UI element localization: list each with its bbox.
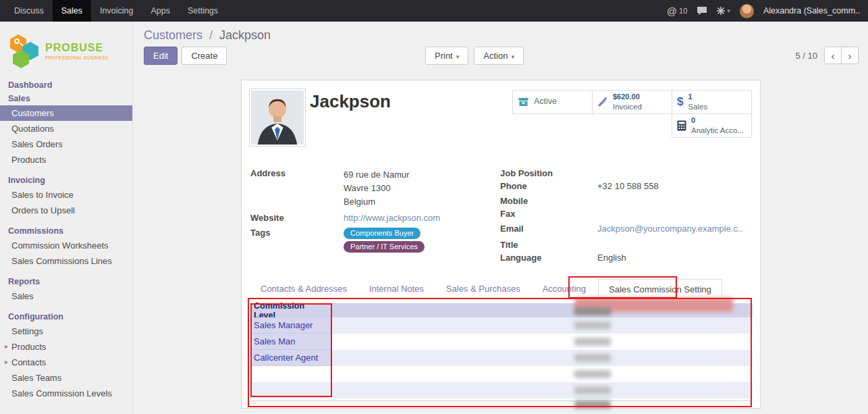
table-row-callcenter-agent[interactable]: Callcenter Agent xyxy=(250,350,753,366)
pager-previous-button[interactable]: ‹ xyxy=(824,47,842,64)
address-line: 69 rue de Namur xyxy=(344,168,410,182)
print-dropdown[interactable]: Print▾ xyxy=(425,47,468,65)
sidebar-item-config-products[interactable]: ▸ Products xyxy=(0,339,132,355)
sidebar-item-label: Contacts xyxy=(11,357,46,367)
sidebar-heading-commissions[interactable]: Commissions xyxy=(0,224,132,238)
menu-apps[interactable]: Apps xyxy=(142,0,179,22)
user-menu[interactable]: Alexandra (Sales_comm.. xyxy=(763,6,860,16)
left-field-column: Address 69 rue de Namur Wavre 1300 Belgi… xyxy=(250,168,500,265)
sidebar-heading-reports[interactable]: Reports xyxy=(0,275,132,288)
phone-label: Phone xyxy=(500,181,597,192)
pager-counter: 5 / 10 xyxy=(795,51,817,61)
sidebar-item-label: Products xyxy=(11,342,46,352)
tab-internal-notes[interactable]: Internal Notes xyxy=(359,279,434,299)
invoiced-stat-button[interactable]: $620.00 Invoiced xyxy=(592,90,672,114)
address-line: Wavre 1300 xyxy=(344,182,410,195)
sidebar-item-sales-teams[interactable]: Sales Teams xyxy=(0,370,132,386)
sidebar-item-products[interactable]: Products xyxy=(0,152,132,167)
logo-hexagons-icon xyxy=(9,32,39,69)
activity-menu[interactable]: @ 10 xyxy=(667,5,687,17)
tag-partner-it-services: Partner / IT Services xyxy=(344,241,425,253)
sidebar: PROBUSE PROFESSIONAL BUSINESS Dashboard … xyxy=(0,22,133,414)
sidebar-item-sales-commission-levels[interactable]: Sales Commission Levels xyxy=(0,386,132,401)
website-label: Website xyxy=(250,213,344,224)
archive-icon xyxy=(518,97,529,107)
menu-settings[interactable]: Settings xyxy=(179,0,227,22)
address-value: 69 rue de Namur Wavre 1300 Belgium xyxy=(344,168,410,209)
mobile-label: Mobile xyxy=(500,196,597,207)
table-row-empty[interactable] xyxy=(250,366,753,382)
sales-stat-button[interactable]: $ 1 Sales xyxy=(672,90,752,114)
expand-caret-icon: ▸ xyxy=(5,342,8,350)
phone-value: +32 10 588 558 xyxy=(597,181,659,192)
action-dropdown[interactable]: Action▾ xyxy=(474,47,524,65)
table-row-sales-man[interactable]: Sales Man xyxy=(250,334,753,350)
main-content: Customers / Jackpson Edit Create Print▾ … xyxy=(133,22,868,414)
dollar-icon: $ xyxy=(677,95,683,109)
pager-next-button[interactable]: › xyxy=(841,47,859,64)
messages-icon[interactable] xyxy=(697,6,707,16)
table-row-sales-manager[interactable]: Sales Manager xyxy=(250,317,753,334)
redaction-blur xyxy=(574,321,611,330)
customer-photo[interactable] xyxy=(249,88,306,147)
tab-accounting[interactable]: Accounting xyxy=(533,279,596,299)
action-buttons: Print▾ Action▾ xyxy=(425,47,524,65)
user-avatar[interactable] xyxy=(740,4,754,18)
customer-form-sheet: Jackpson Active $620.00 Invoiced xyxy=(241,80,761,409)
website-link[interactable]: http://www.jackpson.com xyxy=(344,213,440,224)
sidebar-item-reports-sales[interactable]: Sales xyxy=(0,288,132,304)
logo-tagline: PROFESSIONAL BUSINESS xyxy=(45,55,108,60)
commission-level-cell xyxy=(250,366,331,382)
tags-value: Components Buyer Partner / IT Services xyxy=(344,228,425,253)
redaction-blur xyxy=(574,400,611,409)
stat-buttons: Active $620.00 Invoiced $ 1 Sales xyxy=(510,90,752,138)
action-label: Action xyxy=(483,51,508,61)
app-menus: Discuss Sales Invoicing Apps Settings xyxy=(0,0,227,22)
sidebar-heading-sales[interactable]: Sales xyxy=(0,92,132,105)
menu-discuss[interactable]: Discuss xyxy=(5,0,53,22)
sidebar-heading-dashboard[interactable]: Dashboard xyxy=(0,78,132,92)
debug-menu[interactable]: ▾ xyxy=(717,7,730,15)
right-field-column: Job Position Phone +32 10 588 558 Mobile… xyxy=(500,168,751,265)
create-button[interactable]: Create xyxy=(182,47,227,65)
redaction-blur xyxy=(574,354,611,362)
menu-sales[interactable]: Sales xyxy=(53,0,91,22)
customer-name-title: Jackpson xyxy=(310,91,391,112)
pencil-icon xyxy=(597,97,608,107)
analytic-accounts-stat-button[interactable]: 0 Analytic Acco... xyxy=(672,113,752,138)
tab-sales-commission-setting[interactable]: Sales Commission Setting xyxy=(598,279,722,299)
breadcrumb-separator: / xyxy=(209,28,213,42)
sales-count-label: Sales xyxy=(688,102,707,111)
chevron-down-icon: ▾ xyxy=(511,53,514,60)
field-groups: Address 69 rue de Namur Wavre 1300 Belgi… xyxy=(250,168,751,265)
email-link[interactable]: Jackpson@yourcompany.example.c.. xyxy=(597,224,742,234)
language-value: English xyxy=(597,253,626,263)
sidebar-item-config-contacts[interactable]: ▸ Contacts xyxy=(0,355,132,370)
sidebar-heading-invoicing[interactable]: Invoicing xyxy=(0,174,132,187)
breadcrumb-customers[interactable]: Customers xyxy=(144,28,202,42)
table-footer xyxy=(250,400,753,409)
email-label: Email xyxy=(500,224,597,234)
form-buttons: Edit Create xyxy=(144,47,227,65)
sidebar-item-sales-orders[interactable]: Sales Orders xyxy=(0,136,132,152)
tab-sales-purchases[interactable]: Sales & Purchases xyxy=(436,279,531,299)
sidebar-item-commission-worksheets[interactable]: Commission Worksheets xyxy=(0,238,132,253)
active-toggle-button[interactable]: Active xyxy=(512,90,593,114)
table-row-empty[interactable] xyxy=(250,382,753,398)
tab-contacts-addresses[interactable]: Contacts & Addresses xyxy=(250,279,357,299)
chevron-down-icon: ▾ xyxy=(456,53,460,60)
sidebar-item-sales-to-invoice[interactable]: Sales to Invoice xyxy=(0,187,132,203)
sidebar-item-orders-to-upsell[interactable]: Orders to Upsell xyxy=(0,203,132,218)
sidebar-heading-configuration[interactable]: Configuration xyxy=(0,310,132,324)
redaction-blur xyxy=(574,338,611,346)
sidebar-item-quotations[interactable]: Quotations xyxy=(0,121,132,136)
sidebar-item-sales-commissions-lines[interactable]: Sales Commissions Lines xyxy=(0,253,132,269)
sidebar-item-customers[interactable]: Customers xyxy=(0,105,132,121)
menu-invoicing[interactable]: Invoicing xyxy=(91,0,142,22)
sidebar-item-settings[interactable]: Settings xyxy=(0,324,132,339)
print-label: Print xyxy=(435,51,453,61)
notebook-tabs: Contacts & Addresses Internal Notes Sale… xyxy=(250,279,751,299)
edit-button[interactable]: Edit xyxy=(144,47,178,65)
sales-count-value: 1 xyxy=(688,93,707,102)
logo-name: PROBUSE xyxy=(45,42,108,54)
